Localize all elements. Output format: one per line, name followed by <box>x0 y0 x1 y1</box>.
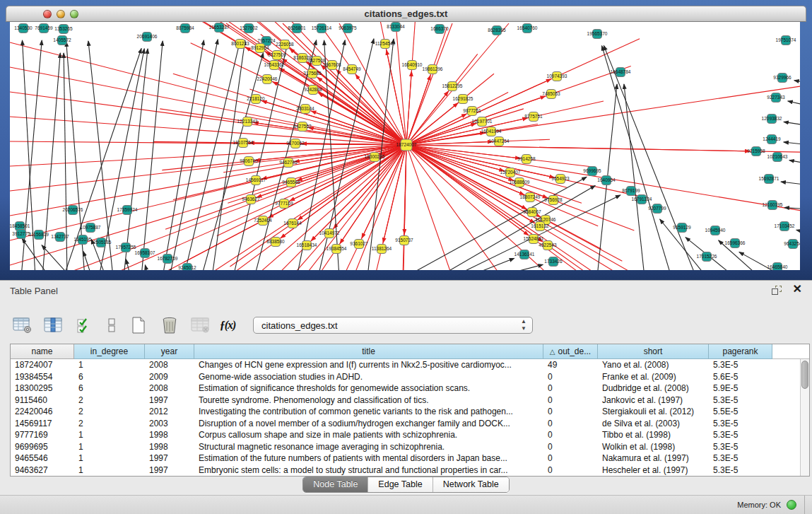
svg-text:19565370: 19565370 <box>587 31 608 36</box>
svg-text:16596366: 16596366 <box>725 240 746 245</box>
table-toolbar: ƒ(x) citations_edges.txt ▲▼ <box>11 313 533 337</box>
svg-text:10974393: 10974393 <box>547 74 567 78</box>
svg-text:16465840: 16465840 <box>767 264 788 269</box>
table-vertical-scrollbar[interactable] <box>800 359 809 476</box>
cell-in_degree: 2 <box>74 406 145 418</box>
svg-text:1686370: 1686370 <box>430 26 449 31</box>
tab-network-table[interactable]: Network Table <box>433 477 509 492</box>
function-builder-icon[interactable]: ƒ(x) <box>220 315 235 336</box>
cell-year: 2003 <box>145 418 194 430</box>
cell-year: 2008 <box>145 382 194 395</box>
cell-name: 14569117 <box>11 418 74 430</box>
cell-filler <box>772 429 800 441</box>
svg-text:1676144: 1676144 <box>283 221 302 226</box>
svg-text:22420046: 22420046 <box>257 76 278 81</box>
svg-text:16791324: 16791324 <box>632 197 652 201</box>
svg-text:3175685: 3175685 <box>303 71 322 76</box>
function-builder-glyph: ƒ(x) <box>220 319 236 332</box>
table-row[interactable]: 977716911998Corpus callosum shape and si… <box>11 429 800 441</box>
column-header-year[interactable]: year <box>145 344 194 359</box>
row-options-icon[interactable] <box>105 315 119 336</box>
svg-text:10447254: 10447254 <box>489 139 510 144</box>
scrollbar-thumb[interactable] <box>801 361 808 389</box>
svg-text:19384554: 19384554 <box>326 246 347 251</box>
memory-ok-indicator <box>787 500 796 510</box>
tab-edge-table[interactable]: Edge Table <box>368 477 433 492</box>
svg-text:10688609: 10688609 <box>510 180 530 185</box>
column-checklist-icon[interactable] <box>73 315 96 336</box>
svg-text:9242848: 9242848 <box>304 87 322 92</box>
svg-text:9806740: 9806740 <box>240 158 258 163</box>
cell-title: Estimation of the future numbers of pati… <box>194 452 543 465</box>
table-panel: Table Panel ✕ <box>0 280 812 514</box>
svg-text:9465546: 9465546 <box>282 180 300 185</box>
svg-text:16540760: 16540760 <box>517 25 538 30</box>
cell-pagerank: 5.6E-5 <box>709 371 772 383</box>
statusbar-divider <box>804 496 805 514</box>
column-header-title[interactable]: title <box>194 344 543 359</box>
table-selector-dropdown[interactable]: citations_edges.txt ▲▼ <box>253 317 533 334</box>
table-row[interactable]: 1938455462009Genome-wide association stu… <box>11 371 800 383</box>
column-header-short[interactable]: short <box>598 344 709 359</box>
table-row[interactable]: 946362711997Embryonic stem cells: a mode… <box>11 465 800 477</box>
table-row[interactable]: 946554611997Estimation of the future num… <box>11 452 800 465</box>
cell-name: 18300295 <box>11 382 74 395</box>
network-window: citations_edges.txt 13405307691459135326… <box>0 0 812 280</box>
cell-name: 9465546 <box>11 452 74 465</box>
delete-columns-icon[interactable] <box>158 315 181 336</box>
cell-pagerank: 5.9E-5 <box>709 382 772 395</box>
cell-short: Yano et al. (2008) <box>598 359 709 371</box>
svg-text:1342737: 1342737 <box>51 234 69 239</box>
table-header-row: namein_degreeyeartitle△out_de...shortpag… <box>11 344 809 359</box>
show-columns-icon[interactable] <box>42 315 65 336</box>
table-tabs-bar: Node TableEdge TableNetwork Table <box>0 477 812 493</box>
table-panel-header: Table Panel ✕ <box>0 281 812 300</box>
column-header-in_degree[interactable]: in_degree <box>74 344 145 359</box>
cell-filler <box>772 452 800 465</box>
window-titlebar[interactable]: citations_edges.txt <box>6 6 806 22</box>
svg-text:8626801: 8626801 <box>288 25 306 30</box>
svg-text:2718120: 2718120 <box>247 96 265 101</box>
svg-text:7252464: 7252464 <box>254 218 272 223</box>
svg-text:9684067: 9684067 <box>523 209 541 214</box>
float-panel-icon[interactable] <box>772 286 782 296</box>
close-panel-icon[interactable]: ✕ <box>793 283 802 296</box>
table-mode-icon[interactable] <box>11 315 34 336</box>
cell-out_degree: 0 <box>543 429 598 441</box>
table-row[interactable]: 911546021997Tourette syndrome. Phenomeno… <box>11 395 800 407</box>
cell-year: 2012 <box>145 406 194 418</box>
network-canvas[interactable]: 1340530769145913532651405572206914068875… <box>10 22 800 270</box>
cell-filler <box>772 371 800 383</box>
cell-filler <box>772 359 800 371</box>
svg-text:1340530: 1340530 <box>14 25 33 30</box>
tab-node-table[interactable]: Node Table <box>303 477 368 492</box>
sort-ascending-icon: △ <box>550 344 555 359</box>
svg-text:1527602: 1527602 <box>240 25 258 30</box>
window-title: citations_edges.txt <box>6 8 806 19</box>
cell-pagerank: 5.3E-5 <box>709 418 772 430</box>
svg-text:17957255: 17957255 <box>116 245 136 250</box>
column-header-name[interactable]: name <box>11 344 74 359</box>
cell-pagerank: 5.3E-5 <box>709 429 772 441</box>
table-row[interactable]: 1872400712008Changes of HCN gene express… <box>11 359 800 371</box>
svg-text:16782759: 16782759 <box>158 256 178 261</box>
citation-network-graph[interactable]: 1340530769145913532651405572206914068875… <box>10 22 800 270</box>
column-header-pagerank[interactable]: pagerank <box>709 344 772 359</box>
svg-text:9777169: 9777169 <box>275 201 293 206</box>
svg-text:12160195: 12160195 <box>763 202 783 207</box>
svg-text:8775751: 8775751 <box>524 114 543 119</box>
cell-filler <box>772 465 800 477</box>
cell-out_degree: 49 <box>543 359 598 371</box>
cell-name: 9463627 <box>11 465 74 477</box>
table-row[interactable]: 2242004622012Investigating the contribut… <box>11 406 800 418</box>
svg-text:8427552: 8427552 <box>293 124 312 129</box>
table-row[interactable]: 1830029562008Estimation of significance … <box>11 382 800 395</box>
table-row[interactable]: 1456911722003Disruption of a novel membe… <box>11 418 800 430</box>
column-header-out_degree[interactable]: △out_de... <box>543 344 598 359</box>
table-panel-title: Table Panel <box>10 286 58 296</box>
create-column-icon[interactable] <box>127 315 150 336</box>
table-row[interactable]: 969969511998Structural magnetic resonanc… <box>11 441 800 453</box>
svg-text:1405572: 1405572 <box>53 37 71 42</box>
svg-text:8679199: 8679199 <box>622 188 640 193</box>
cell-title: Investigating the contribution of common… <box>194 406 543 418</box>
